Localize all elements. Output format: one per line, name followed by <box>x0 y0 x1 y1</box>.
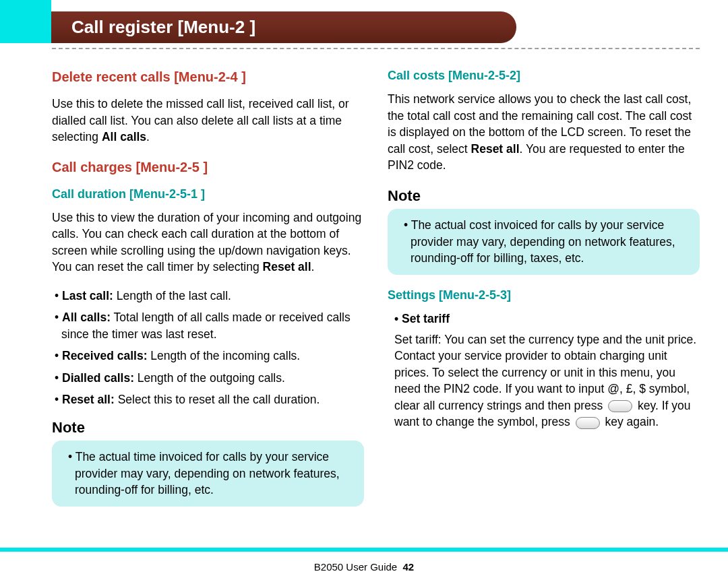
note-text: The actual time invoiced for calls by yo… <box>65 449 353 498</box>
note-box: The actual cost invoiced for calls by yo… <box>388 209 700 275</box>
list-item: Last call: Length of the last call. <box>52 288 364 304</box>
bullet-text: Length of the outgoing calls. <box>134 371 285 385</box>
bullet-label: Reset all: <box>62 393 115 406</box>
note-heading: Note <box>52 418 364 439</box>
call-duration-bullets: Last call: Length of the last call. All … <box>52 288 364 408</box>
delete-recent-para: Use this to delete the missed call list,… <box>52 96 364 146</box>
footer-guide: B2050 User Guide <box>314 561 397 573</box>
text: . <box>311 260 315 273</box>
key-icon <box>576 417 600 429</box>
heading-settings: Settings [Menu-2-5-3] <box>388 287 700 304</box>
set-tariff-label: Set tariff <box>402 312 450 325</box>
text: . <box>146 130 150 143</box>
header-bar: Call register [Menu-2 ] <box>51 11 516 43</box>
text: key again. <box>602 415 659 428</box>
left-column: Delete recent calls [Menu-2-4 ] Use this… <box>52 61 364 528</box>
list-item: Dialled calls: Length of the outgoing ca… <box>52 370 364 387</box>
text: Use this to view the duration of your in… <box>52 211 361 274</box>
call-costs-para: This network service allows you to check… <box>388 91 700 174</box>
header-accent <box>0 0 51 43</box>
note-heading: Note <box>388 186 700 207</box>
bullet-text: Select this to reset all the call durati… <box>115 393 320 406</box>
heading-call-costs: Call costs [Menu-2-5-2] <box>388 67 700 84</box>
note-text: The actual cost invoiced for calls by yo… <box>401 217 689 267</box>
list-item: Received calls: Length of the incoming c… <box>52 348 364 364</box>
settings-para: Set tariff: You can set the currency typ… <box>388 331 700 430</box>
list-item: All calls: Total length of all calls mad… <box>52 309 364 342</box>
note-box: The actual time invoiced for calls by yo… <box>52 441 364 507</box>
bullet-label: Last call: <box>62 289 113 302</box>
heading-delete-recent: Delete recent calls [Menu-2-4 ] <box>52 67 364 86</box>
bold-text: Reset all <box>263 260 311 273</box>
bullet-label: Received calls: <box>62 349 147 362</box>
divider <box>52 48 700 49</box>
bullet-text: Length of the last call. <box>113 289 231 302</box>
footer: B2050 User Guide 42 <box>0 561 728 573</box>
footer-line <box>0 548 728 552</box>
heading-call-charges: Call charges [Menu-2-5 ] <box>52 158 364 176</box>
page-title: Call register [Menu-2 ] <box>71 17 255 38</box>
bullet-label: All calls: <box>62 311 111 324</box>
call-duration-para: Use this to view the duration of your in… <box>52 209 364 276</box>
content-area: Delete recent calls [Menu-2-4 ] Use this… <box>52 61 700 528</box>
key-icon <box>608 400 632 412</box>
right-column: Call costs [Menu-2-5-2] This network ser… <box>388 61 700 528</box>
heading-call-duration: Call duration [Menu-2-5-1 ] <box>52 186 364 203</box>
bold-text: Reset all <box>471 142 520 156</box>
list-item: Reset all: Select this to reset all the … <box>52 391 364 408</box>
bullet-label: Dialled calls: <box>62 371 134 385</box>
text: Use this to delete the missed call list,… <box>52 97 349 143</box>
settings-sub-label: • Set tariff <box>388 311 700 327</box>
bold-text: All calls <box>102 130 146 143</box>
bullet-text: Length of the incoming calls. <box>147 349 300 362</box>
page-number: 42 <box>403 561 415 573</box>
